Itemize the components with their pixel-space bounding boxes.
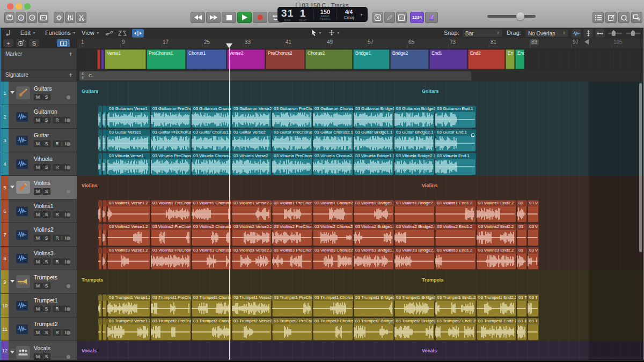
region-03 Trumpet1 End1.2[interactable]: 03 Trumpet1 End1.2 [435, 294, 476, 317]
disclosure-triangle-icon[interactable] [10, 280, 14, 283]
region-03 Guitar PreChorus2[interactable]: 03 Guitar PreChorus2 [272, 129, 312, 152]
region-sliver[interactable] [103, 247, 107, 270]
toolbar-toggle-button[interactable] [38, 12, 48, 23]
region-sliver[interactable] [103, 318, 107, 341]
edit-menu[interactable]: Edit▼ [20, 29, 36, 36]
functions-menu[interactable]: Functions▼ [45, 29, 76, 36]
region-03[interactable]: 03 [517, 247, 527, 270]
region-sliver[interactable] [103, 153, 107, 175]
region-03 Trumpet1 PreChor[interactable]: 03 Trumpet1 PreChor [272, 294, 312, 317]
region-03 Violins3 Chorus2.[interactable]: 03 Violins3 Chorus2. [313, 247, 353, 270]
apple-loops-button[interactable] [618, 12, 630, 23]
region-03 Trumpet1 Bridge1.[interactable]: 03 Trumpet1 Bridge1. [354, 294, 394, 317]
global-solo-button[interactable]: S [29, 39, 39, 47]
snap-dropdown[interactable]: Bar⇕ [462, 29, 503, 38]
solo-off-button[interactable] [372, 12, 383, 23]
track-mute-button[interactable]: M [34, 141, 42, 147]
lcd-mode-chevron-icon[interactable]: ▼ [360, 13, 363, 17]
region-03 Violins1 Chorus2.2[interactable]: 03 Violins1 Chorus2.2 [313, 200, 353, 223]
track-header-trumpet1[interactable]: 10Trumpet1MSRI [0, 294, 77, 317]
region-03 Guitar Chorus1.1[interactable]: 03 Guitar Chorus1.1 [192, 129, 231, 152]
region-03 Guitar PreChorus1.[interactable]: 03 Guitar PreChorus1. [151, 129, 191, 152]
region-03 Vihuela Bridge2.1[interactable]: 03 Vihuela Bridge2.1 [394, 153, 435, 175]
track-record-enable-button[interactable]: R [53, 211, 61, 218]
region-03 Violins1 Bridge2.1[interactable]: 03 Violins1 Bridge2.1 [394, 200, 435, 223]
track-header-vihuela[interactable]: 4VihuelaMSRI [0, 152, 77, 176]
lcd-display[interactable]: 31BAR 1BEAT 150 KEEPTEMPO 4/4 Cmaj ▼ [277, 7, 368, 22]
track-header-vocals[interactable]: 12VocalsMS [0, 341, 77, 360]
region-03 Guitar Chorus2.1[interactable]: 03 Guitar Chorus2.1 [313, 129, 353, 152]
track-solo-button[interactable]: S [42, 353, 50, 360]
region-sliver[interactable] [103, 106, 107, 128]
region-03 Violins2 Chorus2.[interactable]: 03 Violins2 Chorus2. [313, 224, 353, 246]
region-03 Vihuela Chorus1.1[interactable]: 03 Vihuela Chorus1.1 [192, 153, 231, 175]
marker-End[interactable]: End [515, 49, 524, 69]
smart-controls-button[interactable] [54, 12, 64, 23]
left-click-tool-selector[interactable]: ▼ [311, 29, 322, 36]
region-sliver[interactable] [98, 247, 102, 270]
region-03 Violins2 End2.2[interactable]: 03 Violins2 End2.2 [477, 224, 516, 246]
record-ready-dot[interactable] [67, 260, 70, 264]
region-03 Guitarron PreChor[interactable]: 03 Guitarron PreChor [151, 106, 191, 128]
region-03 Violins2 End1.2[interactable]: 03 Violins2 End1.2 [435, 224, 476, 246]
view-menu[interactable]: View▼ [82, 29, 100, 36]
region-03 Violins3 Verse2.2[interactable]: 03 Violins3 Verse2.2 [232, 247, 272, 270]
duplicate-track-button[interactable] [16, 39, 26, 47]
track-header-violins1[interactable]: 6Violins1MSRI [0, 200, 77, 223]
region-03 Trumpet1 PreChor[interactable]: 03 Trumpet1 PreChor [151, 294, 191, 317]
catch-mode-button[interactable] [57, 39, 70, 47]
region-03 Vihuela Chorus2.1[interactable]: 03 Vihuela Chorus2.1 [313, 153, 353, 175]
region-03 Trumpet2 Bridge2.[interactable]: 03 Trumpet2 Bridge2. [394, 318, 435, 341]
track-record-enable-button[interactable]: R [53, 164, 61, 171]
region-03 Trumpet1 End2.2[interactable]: 03 Trumpet1 End2.2 [477, 294, 516, 317]
catch-playhead-button[interactable] [132, 29, 144, 38]
region-03 Trumpet2 Verse2.[interactable]: 03 Trumpet2 Verse2. [232, 318, 272, 341]
region-03 Violins3 Verse1.2[interactable]: 03 Violins3 Verse1.2 [107, 247, 150, 270]
add-track-button[interactable]: + [3, 39, 13, 47]
record-ready-dot[interactable] [67, 119, 70, 122]
region-03 Trumpet1 Verse1.2[interactable]: 03 Trumpet1 Verse1.2 [107, 294, 150, 317]
track-mute-button[interactable]: M [34, 235, 42, 241]
region-03 Guitarron Bridge2.[interactable]: 03 Guitarron Bridge2. [394, 106, 435, 128]
master-volume-thumb[interactable] [516, 12, 524, 20]
track-solo-button[interactable]: S [42, 188, 50, 195]
marker-Bridge1[interactable]: Bridge1 [353, 49, 390, 69]
region-03 T[interactable]: 03 T [528, 318, 539, 341]
region-03 Violins1 End1.2[interactable]: 03 Violins1 End1.2 [435, 200, 476, 223]
track-record-enable-button[interactable]: R [53, 306, 61, 312]
record-button[interactable] [253, 12, 267, 23]
list-editors-button[interactable] [592, 12, 604, 23]
command-click-tool-selector[interactable]: ▼ [328, 29, 340, 36]
region-03 Trumpet1 Chorus1.[interactable]: 03 Trumpet1 Chorus1. [192, 294, 231, 317]
region-03 Violins1 PreChorus[interactable]: 03 Violins1 PreChorus [151, 200, 191, 223]
track-record-enable-button[interactable]: R [53, 117, 61, 123]
region-03 Violins1 End2.2[interactable]: 03 Violins1 End2.2 [477, 200, 516, 223]
library-button[interactable] [4, 12, 14, 23]
playhead-handle[interactable] [226, 43, 232, 48]
track-mute-button[interactable]: M [34, 306, 42, 312]
play-button[interactable] [237, 12, 252, 23]
disclosure-triangle-icon[interactable] [10, 186, 14, 188]
region-sliver[interactable] [98, 200, 102, 223]
marker-PreChorus1[interactable]: PreChorus1 [147, 49, 186, 69]
region-03 Guitar Bridge1.1[interactable]: 03 Guitar Bridge1.1 [354, 129, 394, 152]
track-mute-button[interactable]: M [34, 164, 42, 171]
region-03 Vihuela Verse2[interactable]: 03 Vihuela Verse2 [232, 153, 272, 175]
region-03 Trumpet1 Verse2.2[interactable]: 03 Trumpet1 Verse2.2 [232, 294, 272, 317]
project-end-marker[interactable] [584, 39, 589, 45]
region-03[interactable]: 03 [517, 200, 527, 223]
record-ready-dot[interactable] [67, 213, 70, 217]
metronome-button[interactable] [425, 12, 438, 23]
region-03 T[interactable]: 03 T [517, 294, 527, 317]
region-03 Violins2 Bridge1.1[interactable]: 03 Violins2 Bridge1.1 [354, 224, 394, 246]
marker-Bridge2[interactable]: Bridge2 [390, 49, 429, 69]
record-ready-dot[interactable] [67, 166, 70, 169]
vertical-zoom-thumb[interactable] [612, 30, 616, 36]
track-header-trumpet2[interactable]: 11Trumpet2MSRI [0, 317, 77, 341]
region-03 Violins3 PreChoru[interactable]: 03 Violins3 PreChoru [151, 247, 191, 270]
track-solo-button[interactable]: S [42, 329, 50, 336]
track-mute-button[interactable]: M [34, 329, 42, 336]
add-marker-button[interactable]: + [69, 50, 72, 58]
forward-button[interactable] [206, 12, 221, 23]
stop-button[interactable] [222, 12, 236, 23]
